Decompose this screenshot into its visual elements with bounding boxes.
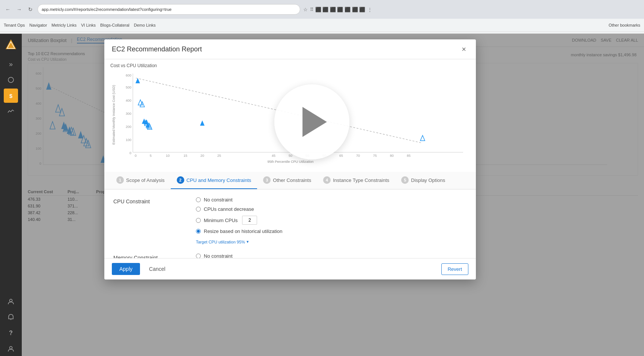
back-button[interactable]: ←: [4, 5, 12, 14]
tab-3-number: 3: [263, 176, 271, 184]
radio-cpus-cannot-decrease[interactable]: [196, 207, 201, 212]
menu-icon[interactable]: ⋮: [367, 7, 372, 12]
svg-text:5: 5: [150, 154, 152, 158]
modal-chart-title: Cost vs CPU Utilization: [110, 63, 470, 68]
tab-5-number: 5: [401, 176, 409, 184]
bookmark-other[interactable]: Other bookmarks: [609, 23, 640, 27]
option-no-constraint[interactable]: No constraint: [196, 197, 283, 203]
tab-scope-of-analysis[interactable]: 1 Scope of Analysis: [110, 172, 171, 189]
browser-chrome: ← → ↻ app.metricly.com/#/reports/ec2reco…: [0, 0, 644, 34]
modal-tabs: 1 Scope of Analysis 2 CPU and Memory Con…: [104, 172, 476, 189]
sidebar-element-btn[interactable]: [4, 73, 18, 87]
memory-constraint-label: Memory Constraint: [113, 253, 181, 258]
svg-text:100: 100: [126, 138, 131, 142]
svg-text:600: 600: [126, 74, 131, 77]
video-play-overlay[interactable]: [274, 84, 349, 159]
radio-minimum-cpus[interactable]: [196, 218, 201, 223]
bookmark-blogs-collateral[interactable]: Blogs-Collateral: [100, 23, 129, 27]
option-resize-historical-label: Resize based on historical utilization: [204, 228, 283, 234]
bookmark-demo-links[interactable]: Demo Links: [134, 23, 156, 27]
sidebar-users-btn[interactable]: [4, 294, 18, 309]
minimum-cpus-input[interactable]: [242, 216, 257, 225]
app-area: » $ ? Utilization Boxplot | EC2: [0, 34, 644, 356]
svg-marker-69: [420, 135, 425, 141]
memory-constraint-options: No constraint: [196, 253, 233, 258]
browser-top-bar: ← → ↻ app.metricly.com/#/reports/ec2reco…: [0, 0, 644, 19]
sidebar-alerts-btn[interactable]: [4, 310, 18, 324]
url-text: app.metricly.com/#/reports/ec2recommenda…: [42, 7, 172, 12]
footer-left-actions: Apply Cancel: [112, 263, 171, 275]
apply-button[interactable]: Apply: [112, 263, 140, 275]
svg-text:15: 15: [184, 154, 187, 158]
tab-1-label: Scope of Analysis: [126, 177, 165, 183]
svg-text:Estimated Monthly Instance Cos: Estimated Monthly Instance Cost (USD): [112, 85, 116, 144]
sidebar-analytics-btn[interactable]: [4, 104, 18, 119]
svg-text:400: 400: [126, 99, 131, 102]
extension-icons: ⠿ ⬛ ⬛ ⬛ ⬛ ⬛ ⬛ ⬛: [310, 7, 365, 12]
svg-text:45: 45: [272, 154, 275, 158]
option-no-constraint-label: No constraint: [204, 197, 233, 203]
ec2-recommendation-modal: EC2 Recommendation Report × Cost vs CPU …: [104, 39, 476, 279]
option-minimum-cpus[interactable]: Minimum CPUs: [196, 216, 283, 225]
target-cpu-link[interactable]: Target CPU utilization 95% ▾: [196, 239, 283, 244]
bookmark-tenant-ops[interactable]: Tenant Ops: [4, 23, 25, 27]
svg-text:300: 300: [126, 112, 131, 116]
svg-text:0: 0: [135, 154, 137, 158]
tab-1-number: 1: [116, 176, 124, 184]
svg-text:500: 500: [126, 86, 131, 89]
browser-icons: ☆ ⠿ ⬛ ⬛ ⬛ ⬛ ⬛ ⬛ ⬛ ⋮: [303, 7, 372, 12]
bookmark-star-icon[interactable]: ☆: [303, 7, 308, 12]
svg-text:10: 10: [166, 154, 170, 158]
radio-resize-historical[interactable]: [196, 229, 201, 234]
tab-5-label: Display Options: [411, 177, 445, 183]
sidebar: » $ ?: [0, 34, 22, 356]
sidebar-account-btn[interactable]: [4, 342, 18, 356]
modal-body: CPU Constraint No constraint CPUs cannot…: [104, 189, 476, 258]
svg-text:85: 85: [407, 154, 411, 158]
option-minimum-cpus-label: Minimum CPUs: [204, 218, 238, 223]
svg-marker-68: [200, 120, 205, 126]
tab-cpu-memory-constraints[interactable]: 2 CPU and Memory Constraints: [171, 172, 257, 189]
modal-header: EC2 Recommendation Report ×: [104, 39, 476, 59]
tab-display-options[interactable]: 5 Display Options: [395, 172, 451, 189]
app-logo[interactable]: [4, 38, 18, 52]
bookmark-vi-links[interactable]: VI Links: [81, 23, 96, 27]
svg-point-3: [10, 299, 12, 302]
svg-text:25: 25: [217, 154, 221, 158]
modal-title: EC2 Recommendation Report: [112, 45, 202, 53]
svg-text:75: 75: [373, 154, 377, 158]
main-content: Utilization Boxplot | EC2 Recommendation…: [22, 34, 644, 356]
modal-footer: Apply Cancel Revert: [104, 258, 476, 279]
target-cpu-arrow-icon: ▾: [247, 239, 249, 244]
bookmark-navigator[interactable]: Navigator: [29, 23, 47, 27]
radio-no-constraint[interactable]: [196, 197, 201, 202]
svg-text:20: 20: [200, 154, 204, 158]
cancel-button[interactable]: Cancel: [144, 263, 171, 275]
svg-point-2: [8, 77, 14, 83]
option-resize-historical[interactable]: Resize based on historical utilization: [196, 228, 283, 234]
cpu-constraint-section: CPU Constraint No constraint CPUs cannot…: [113, 197, 467, 244]
tab-2-number: 2: [177, 176, 184, 184]
sidebar-cost-btn[interactable]: $: [4, 89, 18, 103]
tab-4-label: Instance Type Constraints: [333, 177, 389, 183]
option-mem-no-constraint-label: No constraint: [204, 253, 233, 258]
sidebar-help-btn[interactable]: ?: [4, 326, 18, 340]
tab-other-constraints[interactable]: 3 Other Constraints: [257, 172, 317, 189]
forward-button[interactable]: →: [15, 5, 23, 14]
modal-close-button[interactable]: ×: [459, 45, 468, 54]
svg-text:65: 65: [339, 154, 343, 158]
option-cpus-cannot-decrease[interactable]: CPUs cannot decrease: [196, 206, 283, 212]
url-bar[interactable]: app.metricly.com/#/reports/ec2recommenda…: [38, 4, 300, 15]
tab-instance-type-constraints[interactable]: 4 Instance Type Constraints: [317, 172, 395, 189]
svg-text:50: 50: [289, 154, 292, 158]
tab-4-number: 4: [323, 176, 331, 184]
sidebar-expand-btn[interactable]: »: [4, 57, 18, 71]
svg-text:95th Percentile CPU Utilizatio: 95th Percentile CPU Utilization: [267, 160, 313, 164]
cpu-constraint-options: No constraint CPUs cannot decrease Minim…: [196, 197, 283, 244]
option-mem-no-constraint[interactable]: No constraint: [196, 253, 233, 258]
revert-button[interactable]: Revert: [441, 263, 468, 275]
svg-text:70: 70: [356, 154, 360, 158]
bookmark-metricly-links[interactable]: Metricly Links: [51, 23, 77, 27]
reload-button[interactable]: ↻: [26, 5, 35, 14]
radio-mem-no-constraint[interactable]: [196, 254, 201, 258]
